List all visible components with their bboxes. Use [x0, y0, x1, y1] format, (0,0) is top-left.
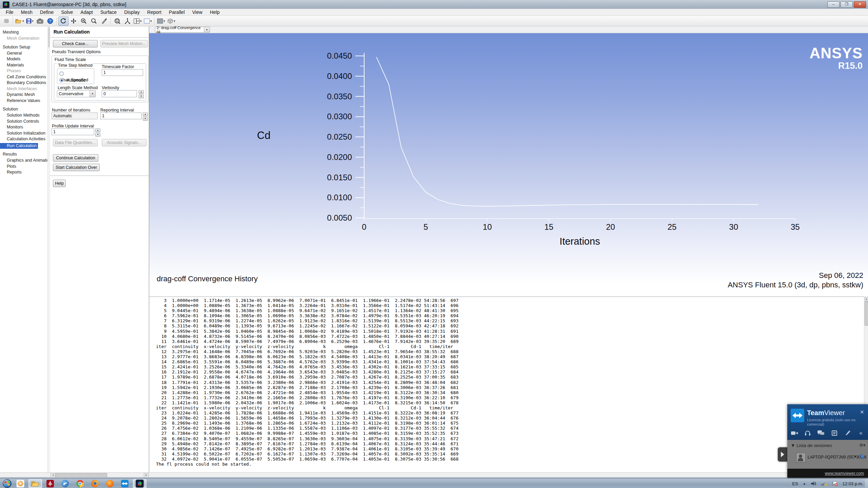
- scroll-up-icon[interactable]: ▲: [865, 297, 868, 301]
- brand-bold: Team: [807, 409, 824, 416]
- language-indicator[interactable]: ES: [792, 481, 798, 486]
- verbosity-spinner[interactable]: ▲▼: [139, 90, 144, 98]
- tree-item-graphics-and-animations[interactable]: Graphics and Animations: [0, 158, 50, 164]
- maximize-button[interactable]: ❐: [841, 1, 853, 8]
- spin-down-icon[interactable]: ▼: [139, 95, 144, 98]
- taskbar-windows-media-player[interactable]: [14, 479, 27, 488]
- tree-item-cell-zone-conditions[interactable]: Cell Zone Conditions: [0, 74, 50, 80]
- rotate-view-icon[interactable]: [58, 17, 68, 26]
- menu-mesh[interactable]: Mesh: [17, 9, 36, 16]
- taskbar-adobe-reader[interactable]: [43, 479, 57, 488]
- close-button[interactable]: ✕: [854, 1, 866, 8]
- hidden-icons-chevron[interactable]: ▲: [803, 482, 806, 485]
- spin-down-icon[interactable]: ▼: [143, 117, 148, 121]
- zoom-in-icon[interactable]: [79, 17, 89, 26]
- spin-up-icon[interactable]: ▲: [143, 113, 148, 116]
- tree-item-run-calculation[interactable]: Run Calculation: [0, 143, 38, 149]
- taskbar-file-explorer[interactable]: [28, 479, 42, 488]
- volume-icon[interactable]: [811, 481, 816, 486]
- menu-report[interactable]: Report: [143, 9, 165, 16]
- tree-item-materials[interactable]: Materials: [0, 62, 50, 68]
- open-folder-icon[interactable]: ▾: [15, 17, 25, 26]
- reporting-interval-spinner[interactable]: ▲▼: [143, 113, 148, 121]
- taskbar-fluent[interactable]: [133, 479, 146, 488]
- spin-up-icon[interactable]: ▲: [139, 90, 144, 94]
- network-icon[interactable]: [821, 481, 827, 486]
- help-icon[interactable]: ?: [45, 17, 55, 26]
- video-icon[interactable]: [790, 429, 799, 437]
- teamviewer-link[interactable]: www.teamviewer.com: [825, 471, 864, 476]
- tree-item-plots[interactable]: Plots: [0, 164, 50, 170]
- plot-version: ANSYS Fluent 15.0 (3d, dp, pbns, sstkw): [728, 281, 863, 289]
- sessions-header[interactable]: ▼ Lista de sesiones: [791, 443, 832, 448]
- tree-item-solution-methods[interactable]: Solution Methods: [0, 113, 50, 119]
- teamviewer-collapse-tab[interactable]: [778, 447, 787, 462]
- session-item-label[interactable]: LAPTOP-0QPDTJN9 (557 309 6: [808, 455, 866, 460]
- taskbar-thunderbird[interactable]: [58, 479, 72, 488]
- clock[interactable]: 12:03 p.m.: [843, 481, 863, 486]
- reporting-interval-input[interactable]: [100, 113, 142, 119]
- views-cube-icon[interactable]: ▾: [166, 17, 176, 26]
- tree-item-models[interactable]: Models: [0, 56, 50, 62]
- check-case-button[interactable]: Check Case...: [53, 40, 98, 47]
- axes-triad-icon[interactable]: [122, 17, 133, 26]
- menu-file[interactable]: File: [2, 9, 17, 16]
- save-icon[interactable]: ▾: [25, 17, 35, 26]
- continue-calculation-button[interactable]: Continue Calculation: [53, 154, 98, 162]
- tree-item-boundary-conditions[interactable]: Boundary Conditions: [0, 80, 50, 86]
- profile-update-interval-input[interactable]: [52, 128, 94, 135]
- color-swatch-icon[interactable]: ▾: [156, 17, 166, 26]
- timescale-factor-input[interactable]: [102, 69, 143, 76]
- layout-panes-icon[interactable]: ▾: [133, 17, 143, 26]
- task-panel-hscrollbar[interactable]: ◄ ►: [50, 473, 149, 477]
- graphics-window-selector[interactable]: 2: drag-coff Convergence Hi ▾: [155, 27, 210, 33]
- probe-pen-icon[interactable]: [99, 17, 109, 26]
- menu-adapt[interactable]: Adapt: [77, 9, 97, 16]
- taskbar-teamviewer[interactable]: [118, 479, 132, 488]
- automatic-radio[interactable]: Automatic: [59, 77, 85, 83]
- taskbar-firefox-2[interactable]: [103, 479, 117, 488]
- taskbar-chrome[interactable]: [73, 479, 87, 488]
- action-center-flag-icon[interactable]: [832, 481, 838, 486]
- start-calculation-over-button[interactable]: Start Calculation Over: [53, 164, 100, 171]
- minimize-button[interactable]: –: [827, 1, 840, 8]
- brush-icon[interactable]: [843, 429, 852, 437]
- verbosity-input[interactable]: [102, 90, 137, 97]
- tree-item-dynamic-mesh[interactable]: Dynamic Mesh: [0, 92, 50, 98]
- chat-icon[interactable]: [816, 429, 825, 437]
- zoom-out-icon[interactable]: [89, 17, 99, 26]
- notes-list-icon[interactable]: [830, 429, 839, 437]
- tree-item-reference-values[interactable]: Reference Values: [0, 98, 50, 104]
- taskbar-firefox[interactable]: [88, 479, 102, 488]
- help-button[interactable]: Help: [53, 180, 66, 187]
- collapse-chevrons-icon[interactable]: «: [856, 429, 865, 437]
- menu-help[interactable]: Help: [206, 9, 223, 16]
- scrollbar-thumb[interactable]: [865, 301, 868, 326]
- profile-update-interval-spinner[interactable]: ▲▼: [95, 128, 100, 137]
- teamviewer-close-icon[interactable]: ✕: [860, 409, 864, 415]
- spin-down-icon[interactable]: ▼: [95, 133, 100, 137]
- menu-solve[interactable]: Solve: [57, 9, 77, 16]
- tree-item-solution-controls[interactable]: Solution Controls: [0, 119, 50, 125]
- menu-parallel[interactable]: Parallel: [165, 9, 189, 16]
- background-swatch-icon[interactable]: ▾: [143, 17, 153, 26]
- gear-icon[interactable]: ⚙▾: [859, 443, 865, 448]
- spin-up-icon[interactable]: ▲: [95, 128, 100, 132]
- menu-view[interactable]: View: [189, 9, 206, 16]
- menu-define[interactable]: Define: [36, 9, 57, 16]
- tree-item-reports[interactable]: Reports: [0, 169, 50, 176]
- headset-icon[interactable]: [803, 429, 812, 437]
- zoom-to-area-icon[interactable]: [112, 17, 122, 26]
- tree-item-calculation-activities[interactable]: Calculation Activities: [0, 136, 50, 142]
- menu-surface[interactable]: Surface: [97, 9, 120, 16]
- tree-item-solution-initialization[interactable]: Solution Initialization: [0, 130, 50, 137]
- length-scale-method-dropdown[interactable]: Conservative ▾: [57, 90, 96, 97]
- session-dropdown-icon[interactable]: ▼: [854, 455, 857, 459]
- snapshot-camera-icon[interactable]: [35, 17, 45, 26]
- pan-icon[interactable]: [68, 17, 79, 26]
- start-button[interactable]: [2, 480, 12, 488]
- tree-item-monitors[interactable]: Monitors: [0, 124, 50, 130]
- show-desktop-button[interactable]: [865, 479, 868, 488]
- tree-item-general[interactable]: General: [0, 50, 50, 57]
- menu-display[interactable]: Display: [120, 9, 143, 16]
